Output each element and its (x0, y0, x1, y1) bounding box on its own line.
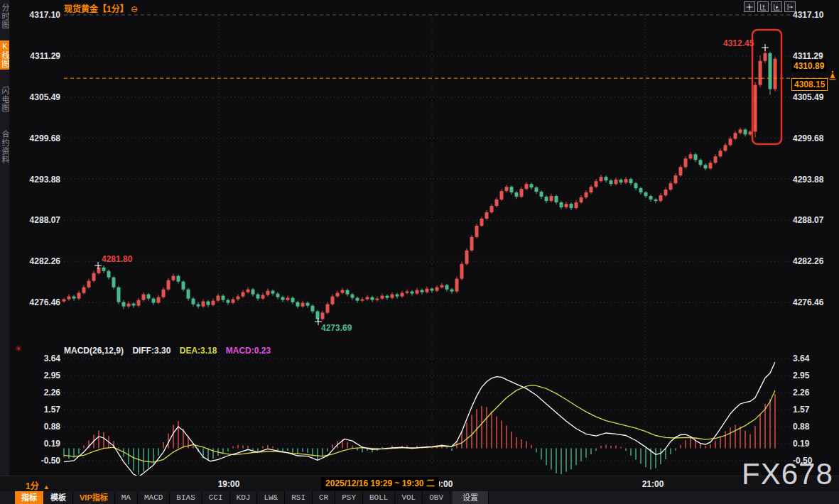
price-tick: 4288.07 (25, 215, 60, 225)
macd-header: MACD(26,12,9) DIFF:3.30 DEA:3.18 MACD:0.… (64, 346, 277, 356)
macd-tick: 2.95 (793, 371, 828, 380)
price-tick: 4299.68 (25, 133, 60, 143)
price-tick: 4282.26 (793, 256, 828, 266)
tab-vip-indicators[interactable]: VIP指标 (73, 491, 115, 504)
time-axis: 1分▲ 19:00 20:00 21:00 2025/12/16 19:29 ~… (0, 476, 839, 492)
tab-indicators[interactable]: 指标 (15, 491, 44, 504)
chart-mode-sidebar: 分时图 K线图 闪电图 合约资料 (0, 0, 9, 491)
swing-high-annotation: 4281.80 (102, 254, 132, 264)
tab-lw[interactable]: LW& (257, 491, 285, 504)
pan-right-icon[interactable] (784, 1, 796, 12)
macd-tick: 0.88 (25, 422, 60, 432)
macd-tick: 0.88 (793, 422, 828, 432)
price-tick: 4305.49 (25, 92, 60, 102)
swing-low-annotation: 4273.69 (321, 323, 352, 333)
tab-psy[interactable]: PSY (335, 491, 363, 504)
price-tick: 4299.68 (793, 133, 828, 143)
crosshair-icon[interactable] (744, 1, 755, 12)
price-chart-canvas[interactable] (0, 0, 839, 504)
sidebar-item-flash-chart[interactable]: 闪电图 (0, 87, 9, 112)
macd-macd-value: MACD:0.23 (226, 346, 271, 356)
chevron-up-icon: ▲ (43, 483, 50, 491)
tab-obv[interactable]: OBV (423, 491, 450, 504)
price-tick: 4276.46 (793, 297, 828, 307)
macd-tick: 0.19 (793, 439, 828, 449)
tab-bias[interactable]: BIAS (170, 491, 202, 504)
indicator-settings-icon[interactable]: ✳ (15, 344, 21, 354)
macd-tick: -0.50 (25, 456, 60, 466)
sidebar-item-contract-info[interactable]: 合约资料 (0, 130, 9, 164)
price-tick: 4317.10 (25, 10, 60, 20)
fit-y-axis-icon[interactable] (757, 1, 769, 12)
sidebar-item-time-chart[interactable]: 分时图 (0, 4, 9, 29)
macd-tick: 0.19 (25, 439, 60, 449)
indicator-toolbar: 指标 模板 VIP指标 MA MACD BIAS CCI KDJ LW& RSI… (0, 491, 839, 504)
time-tick: 19:00 (218, 479, 240, 489)
interval-label: 1分 (26, 481, 39, 491)
macd-diff-value: DIFF:3.30 (132, 346, 170, 356)
high-price-annotation: 4312.45 (723, 38, 754, 48)
tab-kdj[interactable]: KDJ (230, 491, 258, 504)
symbol-name: 现货黄金 (64, 4, 98, 14)
price-tick: 4311.29 (25, 51, 60, 61)
macd-dea-value: DEA:3.18 (180, 346, 217, 356)
tab-rsi[interactable]: RSI (285, 491, 313, 504)
trading-app: 分时图 K线图 闪电图 合约资料 现货黄金【1分】 ⊖ 4317.10 4311… (0, 0, 839, 504)
tab-settings[interactable]: 设置 (453, 491, 489, 504)
candle-time-tooltip: 2025/12/16 19:29 ~ 19:30 二 (321, 477, 439, 491)
tab-boll[interactable]: BOLL (363, 491, 395, 504)
chart-title: 现货黄金【1分】 ⊖ (64, 2, 138, 14)
macd-tick: 3.64 (25, 354, 60, 363)
chart-tools (744, 1, 796, 12)
tab-templates[interactable]: 模板 (44, 491, 73, 504)
macd-tick: 2.26 (793, 388, 828, 398)
fx678-watermark: FX678 (742, 457, 833, 491)
tab-vol[interactable]: VOL (395, 491, 423, 504)
price-tick: 4288.07 (793, 215, 828, 225)
tab-cr[interactable]: CR (313, 491, 335, 504)
macd-tick: 2.26 (25, 388, 60, 398)
interval-tag: 【1分】 (98, 4, 129, 14)
price-tick: 4293.88 (25, 175, 60, 185)
macd-tick: 1.57 (25, 405, 60, 415)
alert-price-label[interactable]: 4308.15 (791, 78, 828, 91)
macd-tick: 1.57 (793, 405, 828, 415)
interval-selector[interactable]: 1分▲ (26, 479, 50, 491)
macd-tick: 2.95 (25, 371, 60, 380)
tab-ma[interactable]: MA (115, 491, 138, 504)
price-tick: 4282.26 (25, 256, 60, 266)
auto-scroll-icon[interactable] (771, 1, 782, 12)
macd-tick: 3.64 (793, 354, 828, 363)
price-tick: 4311.29 (793, 51, 828, 61)
macd-name: MACD(26,12,9) (64, 346, 124, 356)
alert-icon[interactable] (828, 70, 837, 83)
time-tick: 21:00 (642, 479, 664, 489)
price-tick: 4276.46 (25, 297, 60, 307)
tab-macd[interactable]: MACD (138, 491, 170, 504)
last-price-label: 4310.89 (791, 60, 826, 72)
price-tick: 4293.88 (793, 175, 828, 185)
price-tick: 4305.49 (793, 92, 828, 102)
tab-cci[interactable]: CCI (202, 491, 230, 504)
sidebar-item-kline-chart[interactable]: K线图 (0, 40, 9, 70)
price-tick: 4317.10 (793, 10, 828, 20)
collapse-icon[interactable]: ⊖ (131, 4, 138, 14)
